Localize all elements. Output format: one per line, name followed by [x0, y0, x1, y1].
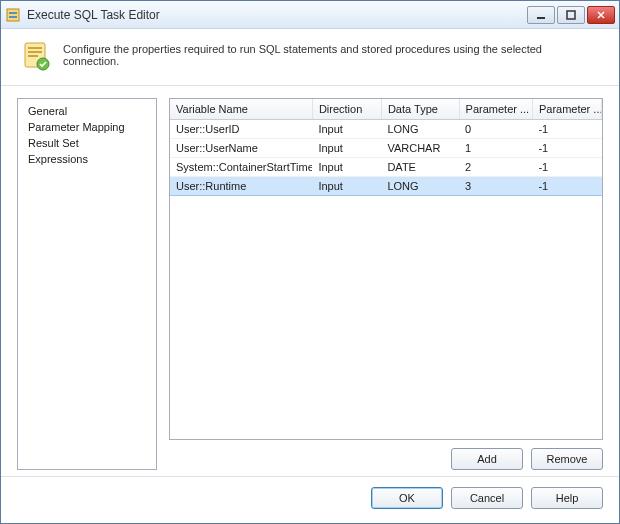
- cell-variable[interactable]: User::UserName: [170, 139, 312, 158]
- minimize-button[interactable]: [527, 6, 555, 24]
- maximize-button[interactable]: [557, 6, 585, 24]
- svg-rect-0: [7, 9, 19, 21]
- cell-direction[interactable]: Input: [312, 158, 381, 177]
- svg-rect-1: [9, 12, 17, 14]
- header-description: Configure the properties required to run…: [1, 29, 619, 86]
- table-row[interactable]: User::UserNameInputVARCHAR1-1: [170, 139, 602, 158]
- grid-button-row: Add Remove: [169, 440, 603, 470]
- description-text: Configure the properties required to run…: [63, 43, 601, 67]
- dialog-button-row: OK Cancel Help: [1, 476, 619, 523]
- window-controls: [527, 6, 615, 24]
- sidebar: General Parameter Mapping Result Set Exp…: [17, 98, 157, 470]
- svg-rect-10: [28, 55, 38, 57]
- cell-datatype[interactable]: LONG: [381, 177, 459, 196]
- col-variable-name[interactable]: Variable Name: [170, 99, 312, 120]
- cell-paramsize[interactable]: -1: [532, 177, 601, 196]
- svg-rect-3: [537, 17, 545, 19]
- table-row[interactable]: System::ContainerStartTimeInputDATE2-1: [170, 158, 602, 177]
- sidebar-item-parameter-mapping[interactable]: Parameter Mapping: [20, 119, 154, 135]
- close-icon: [596, 10, 606, 20]
- sidebar-item-expressions[interactable]: Expressions: [20, 151, 154, 167]
- cell-direction[interactable]: Input: [312, 120, 381, 139]
- cell-paramname[interactable]: 2: [459, 158, 532, 177]
- close-button[interactable]: [587, 6, 615, 24]
- cell-variable[interactable]: User::Runtime: [170, 177, 312, 196]
- cell-paramsize[interactable]: -1: [532, 158, 601, 177]
- sidebar-item-general[interactable]: General: [20, 103, 154, 119]
- cell-datatype[interactable]: VARCHAR: [381, 139, 459, 158]
- cancel-button[interactable]: Cancel: [451, 487, 523, 509]
- svg-rect-4: [567, 11, 575, 19]
- col-parameter-name[interactable]: Parameter ...: [459, 99, 532, 120]
- table-header-row: Variable Name Direction Data Type Parame…: [170, 99, 602, 120]
- col-data-type[interactable]: Data Type: [381, 99, 459, 120]
- col-direction[interactable]: Direction: [312, 99, 381, 120]
- cell-variable[interactable]: User::UserID: [170, 120, 312, 139]
- window-title: Execute SQL Task Editor: [27, 8, 527, 22]
- cell-paramname[interactable]: 1: [459, 139, 532, 158]
- maximize-icon: [566, 10, 576, 20]
- svg-rect-9: [28, 51, 42, 53]
- svg-rect-2: [9, 16, 17, 18]
- app-icon: [5, 7, 21, 23]
- cell-direction[interactable]: Input: [312, 177, 381, 196]
- content-area: General Parameter Mapping Result Set Exp…: [1, 86, 619, 476]
- table-row[interactable]: User::RuntimeInputLONG3-1: [170, 177, 602, 196]
- ok-button[interactable]: OK: [371, 487, 443, 509]
- dialog-window: Execute SQL Task Editor Configure the pr…: [0, 0, 620, 524]
- cell-paramsize[interactable]: -1: [532, 139, 601, 158]
- add-button[interactable]: Add: [451, 448, 523, 470]
- cell-datatype[interactable]: LONG: [381, 120, 459, 139]
- svg-rect-8: [28, 47, 42, 49]
- cell-paramname[interactable]: 0: [459, 120, 532, 139]
- cell-datatype[interactable]: DATE: [381, 158, 459, 177]
- cell-paramname[interactable]: 3: [459, 177, 532, 196]
- sidebar-item-result-set[interactable]: Result Set: [20, 135, 154, 151]
- main-panel: Variable Name Direction Data Type Parame…: [169, 98, 603, 470]
- minimize-icon: [536, 10, 546, 20]
- cell-paramsize[interactable]: -1: [532, 120, 601, 139]
- col-parameter-size[interactable]: Parameter ...: [532, 99, 601, 120]
- remove-button[interactable]: Remove: [531, 448, 603, 470]
- help-button[interactable]: Help: [531, 487, 603, 509]
- table-row[interactable]: User::UserIDInputLONG0-1: [170, 120, 602, 139]
- task-icon: [23, 39, 51, 71]
- cell-variable[interactable]: System::ContainerStartTime: [170, 158, 312, 177]
- grid-empty-area: [170, 196, 602, 439]
- parameter-table: Variable Name Direction Data Type Parame…: [170, 99, 602, 196]
- parameter-grid: Variable Name Direction Data Type Parame…: [169, 98, 603, 440]
- titlebar[interactable]: Execute SQL Task Editor: [1, 1, 619, 29]
- cell-direction[interactable]: Input: [312, 139, 381, 158]
